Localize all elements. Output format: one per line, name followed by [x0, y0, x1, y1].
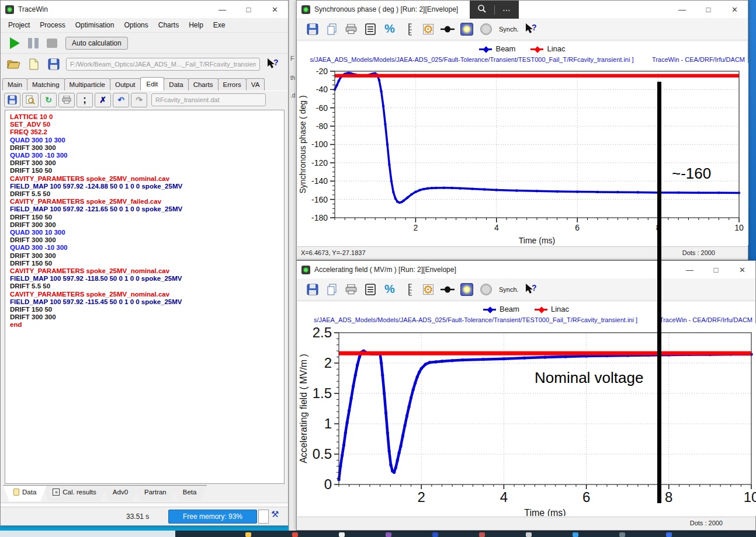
taskbar-icon[interactable]	[573, 532, 578, 537]
tab-va[interactable]: VA	[246, 78, 265, 90]
beam-point-icon[interactable]	[440, 22, 455, 37]
scale-icon[interactable]	[401, 282, 417, 297]
lattice-editor[interactable]: LATTICE 10 0SET_ADV 50FREQ 352.2QUAD 300…	[5, 110, 285, 484]
aperture-icon[interactable]	[459, 282, 474, 297]
settings-gear-icon[interactable]: ⚙	[421, 22, 436, 37]
percent-icon[interactable]: %	[382, 22, 397, 37]
chart1-titlebar[interactable]: Synchronous phase ( deg ) [Run: 2][Envel…	[297, 1, 748, 18]
tab-matching[interactable]: Matching	[27, 78, 65, 90]
editor-save-icon[interactable]	[4, 93, 20, 107]
maximize-button[interactable]: □	[235, 1, 262, 18]
divider	[494, 5, 495, 15]
chart-app-icon	[301, 5, 310, 14]
close-button[interactable]: ✕	[722, 1, 748, 18]
tab-main[interactable]: Main	[2, 78, 27, 90]
save-icon[interactable]	[46, 57, 61, 72]
report-icon[interactable]	[363, 22, 378, 37]
tab-edit[interactable]: Edit	[140, 77, 165, 90]
tracewin-titlebar[interactable]: TraceWin — □ ✕	[1, 1, 288, 18]
bottom-tab-data[interactable]: Data	[3, 485, 47, 501]
editor-preview-icon[interactable]	[22, 93, 39, 107]
bottom-tab-cal-results[interactable]: ≡Cal. results	[42, 485, 107, 501]
new-file-icon[interactable]	[26, 57, 41, 72]
taskbar[interactable]	[175, 531, 756, 537]
editor-delete-icon[interactable]: ✗	[95, 93, 111, 107]
taskbar-icon[interactable]	[619, 532, 625, 537]
report-icon[interactable]	[363, 282, 378, 297]
menu-item-charts[interactable]: Charts	[154, 19, 185, 31]
record-circle-icon[interactable]	[478, 282, 494, 297]
maximize-button[interactable]: □	[703, 261, 729, 278]
dots-count: Dots : 2000	[682, 249, 715, 256]
run-button[interactable]	[10, 37, 20, 49]
aperture-icon[interactable]	[459, 22, 474, 37]
bottom-tab-adv0[interactable]: Adv0	[102, 485, 138, 501]
synchronous-phase-plot[interactable]: 246810-20-40-60-80-100-120-140-160-180Ti…	[297, 63, 748, 245]
accelerating-field-plot[interactable]: 24681000.511.522.5Time (ms)Accelerating …	[297, 323, 756, 516]
minimize-button[interactable]: —	[669, 1, 695, 18]
open-folder-icon[interactable]	[6, 57, 22, 72]
close-button[interactable]: ✕	[729, 261, 755, 278]
taskbar-icon[interactable]	[666, 532, 672, 537]
context-help-icon[interactable]: ?	[523, 22, 538, 37]
chart2-titlebar[interactable]: Accelerating field ( MV/m ) [Run: 2][Env…	[297, 261, 755, 278]
print-icon[interactable]	[344, 282, 359, 297]
editor-comment-icon[interactable]: ;	[77, 93, 93, 107]
stop-button[interactable]	[47, 39, 57, 48]
scale-icon[interactable]	[401, 22, 417, 37]
legend-marker	[530, 48, 543, 50]
save-icon[interactable]	[305, 22, 320, 37]
copy-icon[interactable]	[324, 282, 339, 297]
menu-item-optimisation[interactable]: Optimisation	[71, 19, 120, 31]
pause-button[interactable]	[28, 38, 39, 48]
tab-output[interactable]: Output	[110, 78, 141, 90]
minimize-button[interactable]: —	[209, 1, 235, 18]
beam-point-icon[interactable]	[440, 282, 455, 297]
bottom-tab-partran[interactable]: Partran	[134, 485, 177, 501]
tab-multiparticle[interactable]: Multiparticle	[64, 78, 110, 90]
synchronous-phase-window: Synchronous phase ( deg ) [Run: 2][Envel…	[296, 0, 748, 260]
taskbar-icon[interactable]	[526, 532, 532, 537]
more-options-icon[interactable]: ⋯	[502, 5, 511, 15]
redo-icon[interactable]: ↷	[131, 93, 147, 107]
context-help-icon[interactable]: ?	[265, 57, 280, 72]
zoom-icon[interactable]	[477, 4, 487, 16]
bottom-tab-beta[interactable]: Beta	[172, 485, 207, 501]
menu-item-process[interactable]: Process	[36, 19, 71, 31]
percent-icon[interactable]: %	[382, 282, 397, 297]
settings-gear-icon[interactable]: ⚙	[421, 282, 436, 297]
main-tab-bar: MainMatchingMultiparticleOutputEditDataC…	[1, 75, 288, 90]
menu-item-exe[interactable]: Exe	[209, 19, 231, 31]
taskbar-icon[interactable]	[292, 532, 298, 537]
taskbar-icon[interactable]	[386, 532, 391, 537]
menu-item-project[interactable]: Project	[4, 19, 36, 31]
menu-item-help[interactable]: Help	[185, 19, 209, 31]
minimize-button[interactable]: —	[677, 261, 703, 278]
close-button[interactable]: ✕	[262, 1, 288, 18]
print-icon[interactable]	[344, 22, 359, 37]
tab-errors[interactable]: Errors	[218, 78, 247, 90]
svg-text:Time (ms): Time (ms)	[524, 508, 566, 516]
project-path-input[interactable]	[66, 58, 260, 71]
undo-icon[interactable]: ↶	[113, 93, 129, 107]
maximize-button[interactable]: □	[695, 1, 722, 18]
dat-filename-input[interactable]	[151, 93, 266, 106]
save-icon[interactable]	[305, 282, 320, 297]
taskbar-icon[interactable]	[339, 532, 345, 537]
context-help-icon[interactable]: ?	[523, 282, 538, 297]
tab-data[interactable]: Data	[164, 78, 188, 90]
taskbar-icon[interactable]	[479, 532, 485, 537]
copy-icon[interactable]	[324, 22, 339, 37]
elapsed-time: 33.51 s	[126, 512, 149, 521]
auto-calculation-button[interactable]: Auto calculation	[65, 37, 128, 50]
record-circle-icon[interactable]	[478, 22, 494, 37]
code-line: DRIFT 300 300	[10, 236, 284, 244]
editor-refresh-icon[interactable]: ↻	[40, 93, 57, 107]
desktop-area	[0, 531, 175, 537]
taskbar-icon[interactable]	[245, 532, 251, 537]
debug-tools-icon[interactable]: ⚒	[271, 509, 279, 519]
menu-item-options[interactable]: Options	[120, 19, 154, 31]
editor-print-icon[interactable]	[58, 93, 75, 107]
tab-charts[interactable]: Charts	[188, 78, 219, 90]
taskbar-icon[interactable]	[432, 532, 438, 537]
